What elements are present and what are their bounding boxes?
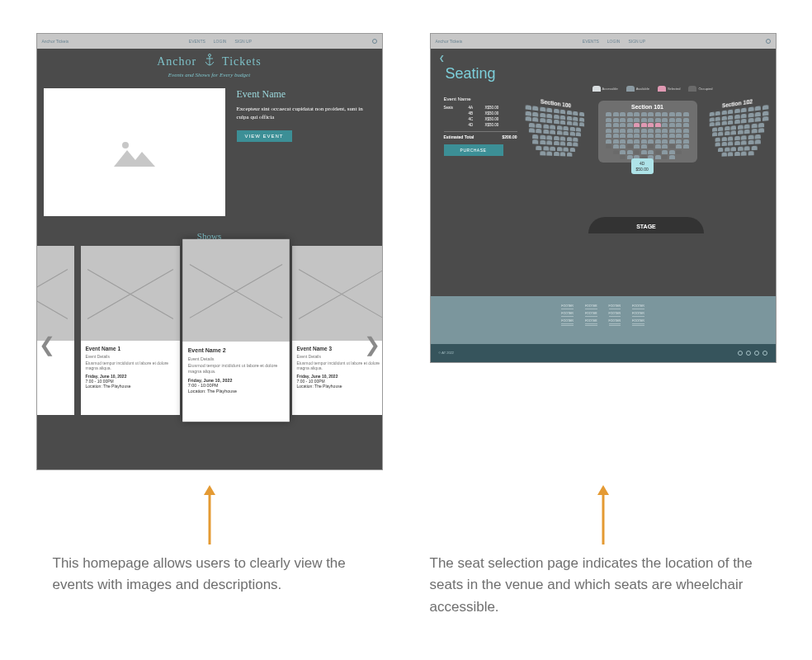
- seat[interactable]: [539, 118, 545, 123]
- seat[interactable]: [532, 139, 538, 144]
- seat[interactable]: [762, 111, 767, 116]
- nav-events[interactable]: EVENTS: [583, 39, 599, 44]
- show-card[interactable]: Event Name 3 Event Details Eiusmod tempo…: [292, 246, 383, 415]
- seat[interactable]: [734, 120, 739, 125]
- footer-link[interactable]: FOOTER: [585, 319, 597, 324]
- seat[interactable]: [543, 130, 549, 134]
- seat[interactable]: [613, 129, 619, 133]
- seat[interactable]: [532, 106, 538, 111]
- seat[interactable]: [754, 139, 760, 144]
- seat[interactable]: [613, 144, 619, 148]
- nav-signup[interactable]: SIGN UP: [234, 39, 252, 44]
- seat[interactable]: [662, 144, 668, 148]
- seat[interactable]: [721, 136, 726, 140]
- social-icon[interactable]: [762, 351, 767, 356]
- seat[interactable]: [711, 127, 716, 131]
- seat[interactable]: [536, 123, 541, 128]
- seat[interactable]: [655, 118, 661, 122]
- seat[interactable]: [655, 144, 661, 148]
- seat[interactable]: [721, 153, 726, 157]
- seat[interactable]: [634, 123, 640, 127]
- seat[interactable]: [648, 134, 654, 138]
- seat[interactable]: [662, 118, 668, 122]
- seat[interactable]: [539, 140, 545, 145]
- seat[interactable]: [641, 129, 647, 133]
- seat[interactable]: [546, 113, 552, 118]
- seat[interactable]: [641, 134, 647, 138]
- seat[interactable]: [669, 150, 675, 154]
- seat[interactable]: [539, 112, 545, 117]
- seat[interactable]: [573, 116, 578, 121]
- seat[interactable]: [634, 144, 640, 148]
- seat[interactable]: [627, 129, 633, 133]
- seat[interactable]: [648, 118, 654, 122]
- seat[interactable]: [721, 116, 726, 120]
- seat[interactable]: [627, 150, 633, 154]
- seat[interactable]: [546, 151, 552, 155]
- topbar-brand[interactable]: Anchor Tickets: [436, 39, 463, 44]
- seat[interactable]: [556, 147, 562, 151]
- seat[interactable]: [606, 129, 611, 133]
- seat[interactable]: [532, 117, 538, 122]
- seat[interactable]: [730, 147, 736, 151]
- seat[interactable]: [559, 120, 564, 125]
- seat[interactable]: [648, 139, 654, 144]
- seat[interactable]: [721, 111, 726, 116]
- seat[interactable]: [563, 125, 568, 130]
- seat[interactable]: [762, 105, 767, 110]
- seat[interactable]: [648, 129, 654, 133]
- seat[interactable]: [634, 112, 640, 116]
- footer-link[interactable]: FOOTER: [585, 312, 597, 317]
- seat[interactable]: [662, 112, 668, 116]
- seat[interactable]: [546, 119, 552, 124]
- seat[interactable]: [556, 130, 562, 135]
- seat[interactable]: [711, 132, 716, 136]
- seat[interactable]: [683, 129, 689, 133]
- seat[interactable]: [575, 132, 580, 136]
- seat[interactable]: [662, 134, 668, 138]
- seat[interactable]: [754, 106, 760, 111]
- seat[interactable]: [740, 140, 746, 144]
- seat[interactable]: [559, 115, 564, 120]
- seat[interactable]: [573, 121, 578, 125]
- seat[interactable]: [683, 112, 689, 116]
- carousel-prev-icon[interactable]: ❮: [39, 333, 55, 356]
- social-icon[interactable]: [754, 351, 759, 356]
- footer-link[interactable]: FOOTER: [609, 319, 621, 324]
- seat[interactable]: [634, 118, 640, 122]
- seat[interactable]: [613, 134, 619, 138]
- seat[interactable]: [715, 142, 720, 146]
- seat[interactable]: [676, 150, 682, 154]
- seat[interactable]: [744, 130, 749, 134]
- seat[interactable]: [724, 125, 729, 130]
- seat[interactable]: [648, 150, 654, 154]
- seat[interactable]: [655, 134, 661, 138]
- seat[interactable]: [627, 139, 633, 144]
- seat[interactable]: [613, 123, 619, 127]
- nav-login[interactable]: LOGIN: [214, 39, 227, 44]
- seat[interactable]: [543, 124, 549, 129]
- footer-link[interactable]: FOOTER: [585, 304, 597, 309]
- seat[interactable]: [655, 123, 661, 127]
- seat[interactable]: [709, 117, 714, 121]
- footer-link[interactable]: FOOTER: [561, 304, 574, 309]
- seat[interactable]: [566, 116, 571, 120]
- seat[interactable]: [655, 155, 661, 159]
- seat[interactable]: [676, 144, 682, 148]
- user-icon[interactable]: [372, 39, 377, 44]
- seat[interactable]: [730, 125, 736, 130]
- seat[interactable]: [721, 142, 726, 146]
- footer-link[interactable]: FOOTER: [609, 304, 621, 309]
- seat[interactable]: [578, 112, 583, 117]
- seat[interactable]: [641, 118, 647, 122]
- seat[interactable]: [539, 106, 545, 111]
- topbar-brand[interactable]: Anchor Tickets: [42, 39, 69, 44]
- seat[interactable]: [762, 116, 767, 121]
- back-icon[interactable]: ❮: [431, 51, 453, 65]
- seat[interactable]: [546, 140, 552, 144]
- footer-link[interactable]: FOOTER: [632, 312, 644, 317]
- seat[interactable]: [662, 155, 668, 159]
- seat[interactable]: [748, 140, 753, 145]
- seat[interactable]: [718, 126, 723, 130]
- seat[interactable]: [606, 144, 611, 148]
